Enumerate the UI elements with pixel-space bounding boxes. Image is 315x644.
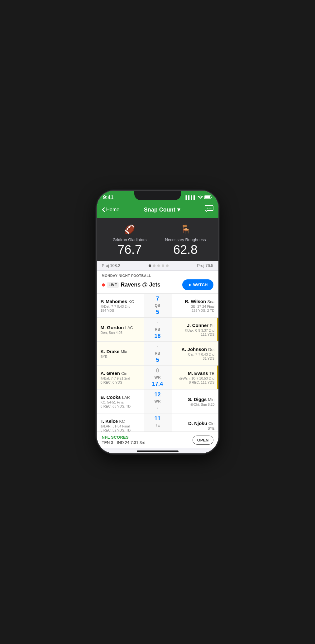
player-row[interactable]: A. Green Cin @Bal, 7-7 9:21 2nd 0 REC, 0… xyxy=(97,366,218,390)
player-name-left: A. Green Cin xyxy=(101,371,140,376)
position-label: RB xyxy=(155,327,160,332)
position-label: QB xyxy=(155,303,160,308)
player-info-right: BYE xyxy=(208,427,214,430)
player-center: - RB 18 xyxy=(144,318,172,341)
nav-title-text: Snap Count xyxy=(144,207,175,213)
player-name-left: B. Cooks LAR xyxy=(101,394,140,400)
left-score: - xyxy=(157,343,159,350)
player-stats-right: 111 YDS xyxy=(201,333,215,336)
svg-marker-7 xyxy=(189,283,191,287)
right-score: 5 xyxy=(156,309,159,315)
home-indicator xyxy=(97,448,218,453)
player-info-right: Car, 7-7 0:43 2nd xyxy=(188,352,214,356)
player-stats-right: 8 REC, 111 YDS xyxy=(189,380,214,384)
player-info-right: @Jax, 0-9 3:37 2nd xyxy=(184,329,214,332)
right-score: 18 xyxy=(154,333,160,339)
chat-button[interactable] xyxy=(205,205,213,214)
left-score: 0 xyxy=(156,367,159,374)
position-label: RB xyxy=(155,351,160,356)
position-label: WR xyxy=(155,399,161,404)
player-name-left: T. Kelce KC xyxy=(101,418,140,424)
notch xyxy=(134,191,181,200)
player-info-right: GB, 27-24 Final xyxy=(190,305,214,308)
phone-frame: 9:41 ▌▌▌▌ xyxy=(97,191,218,453)
pagination-dot-2[interactable] xyxy=(157,264,160,267)
proj-row: Proj 108.2 Proj 76.5 xyxy=(97,261,218,271)
player-row[interactable]: M. Gordon LAC Den, Sun 4:05 - RB 18 J. C… xyxy=(97,318,218,342)
svg-point-4 xyxy=(207,208,208,209)
player-left: M. Gordon LAC Den, Sun 4:05 xyxy=(97,318,144,341)
player-info-left: BYE xyxy=(101,355,140,358)
player-info-left: @LAR, 51-54 Final xyxy=(101,424,140,428)
left-score: 7 xyxy=(156,296,159,302)
left-score: 11 xyxy=(154,415,160,422)
team2-score: 62.8 xyxy=(173,243,198,256)
live-row: LIVE Ravens @ Jets WATCH xyxy=(102,279,213,290)
team1-name: Gridiron Gladiators xyxy=(112,237,146,242)
status-time: 9:41 xyxy=(103,194,114,201)
accent-bar xyxy=(217,366,218,389)
player-name-left: M. Gordon LAC xyxy=(101,325,140,330)
pagination-dot-0[interactable] xyxy=(149,264,151,267)
team1: 🏈 Gridiron Gladiators 76.7 xyxy=(102,222,158,256)
svg-point-6 xyxy=(210,208,211,209)
player-stats-left: 5 REC, 52 YDS, TD xyxy=(101,428,140,432)
player-left: P. Mahomes KC @Det, 7-7 0:43 2nd 184 YDS xyxy=(97,294,144,317)
content-scroll[interactable]: MONDAY NIGHT FOOTBALL LIVE Ravens @ Jets… xyxy=(97,271,218,432)
svg-point-5 xyxy=(208,208,209,209)
player-name-left: P. Mahomes KC xyxy=(101,299,140,304)
player-stats-left: 0 REC, 0 YDS xyxy=(101,380,140,384)
pagination-dots[interactable] xyxy=(149,264,169,267)
open-button[interactable]: OPEN xyxy=(193,436,213,445)
proj-right: Proj 76.5 xyxy=(197,263,213,268)
watch-button[interactable]: WATCH xyxy=(182,279,213,290)
team2-name: Necessary Roughness xyxy=(165,237,206,242)
player-name-right: J. Conner Pit xyxy=(187,323,215,328)
back-button[interactable]: Home xyxy=(102,207,120,212)
right-score: 17.4 xyxy=(152,381,163,387)
pagination-dot-1[interactable] xyxy=(153,264,155,267)
live-dot xyxy=(102,283,105,287)
player-row[interactable]: P. Mahomes KC @Det, 7-7 0:43 2nd 184 YDS… xyxy=(97,294,218,318)
live-text: LIVE xyxy=(107,282,119,288)
signal-icon: ▌▌▌▌ xyxy=(185,195,196,200)
live-matchup: Ravens @ Jets xyxy=(121,282,160,288)
player-stats-left: 184 YDS xyxy=(101,309,140,312)
player-row[interactable]: T. Kelce KC @LAR, 51-54 Final 5 REC, 52 … xyxy=(97,413,218,432)
player-center: - RB 5 xyxy=(144,342,172,365)
status-icons: ▌▌▌▌ xyxy=(185,195,212,200)
player-left: K. Drake Mia BYE xyxy=(97,342,144,365)
position-label: TE xyxy=(155,423,160,427)
player-name-right: M. Evans TB xyxy=(188,371,215,376)
left-score: - xyxy=(157,320,159,326)
player-info-left: Den, Sun 4:05 xyxy=(101,331,140,334)
accent-bar xyxy=(217,318,218,341)
player-center: 7 QB 5 xyxy=(144,294,172,317)
nfl-scores-info: NFL SCORES TEN 3 - IND 24 7:31 3rd xyxy=(102,435,146,445)
player-right: R. Wilson Sea GB, 27-24 Final 225 YDS, 2… xyxy=(172,294,218,317)
team1-icon: 🏈 xyxy=(123,222,136,236)
live-banner: MONDAY NIGHT FOOTBALL LIVE Ravens @ Jets… xyxy=(97,271,218,294)
live-badge: LIVE Ravens @ Jets xyxy=(102,282,160,288)
pagination-dot-4[interactable] xyxy=(166,264,169,267)
nav-bar: Home Snap Count ▾ xyxy=(97,203,218,218)
player-name-left: K. Drake Mia xyxy=(101,349,140,354)
watch-label: WATCH xyxy=(193,282,208,287)
player-right: M. Evans TB @Wsh, 10-7 10:53 2nd 8 REC, … xyxy=(172,366,218,389)
pagination-dot-3[interactable] xyxy=(162,264,164,267)
nav-title: Snap Count ▾ xyxy=(144,206,180,213)
player-info-left: KC, 54-51 Final xyxy=(101,400,140,404)
right-score: - xyxy=(157,405,159,411)
player-left: T. Kelce KC @LAR, 51-54 Final 5 REC, 52 … xyxy=(97,413,144,432)
player-stats-left: 6 REC, 65 YDS, TD xyxy=(101,404,140,408)
team1-score: 76.7 xyxy=(117,243,142,256)
player-right: J. Conner Pit @Jax, 0-9 3:37 2nd 111 YDS xyxy=(172,318,218,341)
home-bar xyxy=(137,450,179,452)
player-center: 12 WR - xyxy=(144,390,172,413)
player-row[interactable]: K. Drake Mia BYE - RB 5 K. Johnson Det C… xyxy=(97,342,218,366)
team2: 🪑 Necessary Roughness 62.8 xyxy=(158,222,213,256)
right-score: - xyxy=(157,429,159,432)
dropdown-icon[interactable]: ▾ xyxy=(177,206,180,213)
player-info-left: @Det, 7-7 0:43 2nd xyxy=(101,305,140,308)
player-row[interactable]: B. Cooks LAR KC, 54-51 Final 6 REC, 65 Y… xyxy=(97,390,218,413)
